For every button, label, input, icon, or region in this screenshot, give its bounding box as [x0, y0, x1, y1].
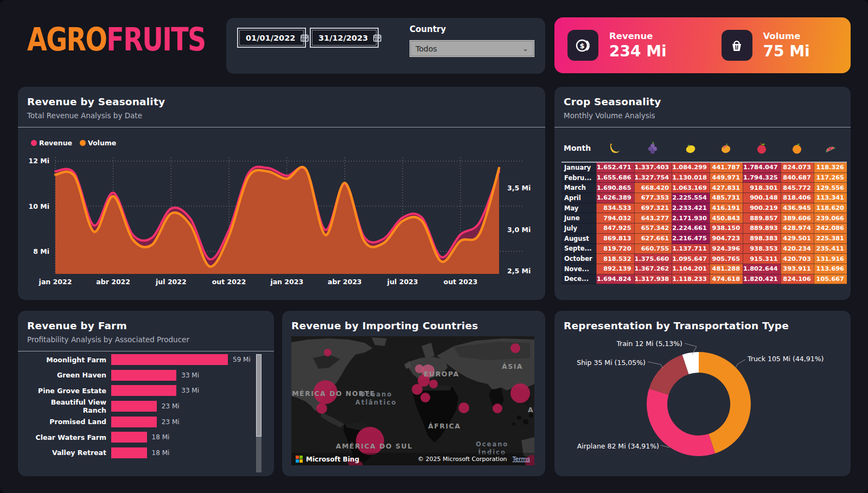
world-map[interactable]: AMÉRICA DO NORTE EUROPA ÁSIA ÁFRICA AMÉR… [291, 336, 534, 465]
farm-bar[interactable] [111, 385, 176, 396]
country-revenue-bubble[interactable] [458, 402, 469, 413]
calendar-icon[interactable] [373, 34, 381, 42]
seasonality-area-chart[interactable] [55, 157, 533, 274]
crop-value-cell: 1.118.233 [672, 274, 710, 285]
crop-row-month: October [561, 254, 596, 264]
country-revenue-bubble[interactable] [510, 343, 520, 353]
farm-bar[interactable] [111, 354, 228, 365]
divider [554, 127, 851, 127]
crop-heatmap-table: MonthJanuary1.652.4711.337.4031.084.2994… [561, 135, 847, 284]
farm-row: Beautiful View Ranch23 Mi [27, 399, 260, 414]
donut-label-train: Train 12 Mi (5,13%) [585, 340, 682, 348]
kpi-revenue-label: Revenue [609, 31, 667, 41]
country-revenue-bubble[interactable] [316, 403, 327, 414]
farm-name: Promised Land [27, 418, 111, 426]
country-revenue-bubble[interactable] [493, 404, 502, 413]
farm-subtitle: Profitability Analysis by Associated Pro… [27, 335, 265, 344]
map-copyright: © 2025 Microsoft Corporation [418, 456, 507, 463]
transport-panel: Representation by Transportation Type Tr… [554, 311, 851, 476]
divider [18, 127, 545, 127]
kpi-volume-value: 75 Mi [763, 42, 810, 60]
crop-value-cell: 1.694.824 [596, 274, 634, 285]
farm-bar[interactable] [111, 447, 147, 458]
legend-item-revenue[interactable]: Revenue [31, 139, 72, 147]
farm-row: Green Haven33 Mi [27, 368, 260, 383]
crop-value-cell: 105.667 [814, 274, 847, 285]
country-select[interactable]: Todos ⌄ [410, 40, 534, 57]
x-axis-tick: abr 2022 [93, 278, 134, 286]
country-revenue-bubble[interactable] [510, 383, 530, 403]
y-axis-tick: 8 Mi [22, 247, 49, 255]
crop-value-cell: 2.171.930 [672, 213, 710, 223]
scrollbar-thumb[interactable] [256, 354, 261, 437]
country-revenue-bubble[interactable] [412, 384, 423, 395]
country-revenue-bubble[interactable] [420, 393, 430, 402]
legend-item-volume[interactable]: Volume [80, 139, 116, 147]
crop-value-cell: 2.233.421 [672, 203, 710, 214]
crop-value-cell: 1.063.169 [672, 183, 710, 193]
farm-bar[interactable] [111, 401, 157, 412]
crop-value-cell: 1.095.647 [672, 254, 710, 264]
crop-value-cell: 393.911 [781, 264, 814, 274]
date-from-input[interactable]: 01/01/2022 [237, 28, 306, 48]
seasonality-title: Revenue by Seasonality [27, 96, 537, 107]
bing-label: Microsoft Bing [306, 456, 359, 463]
legend-dot-volume [80, 140, 86, 146]
crop-value-cell: 905.765 [710, 254, 743, 264]
farm-bar[interactable] [111, 417, 157, 427]
crop-value-cell: 938.353 [743, 244, 781, 254]
country-select-value: Todos [416, 44, 437, 53]
crop-row-month: June [561, 213, 596, 223]
map-region-label: ÁSIA [502, 362, 523, 370]
map-panel: Revenue by Importing Countries [282, 311, 545, 476]
crop-value-cell: 915.311 [743, 254, 781, 264]
country-revenue-bubble[interactable] [324, 349, 331, 356]
crop-value-cell: 1.375.660 [634, 254, 672, 264]
country-revenue-bubble[interactable] [429, 380, 438, 388]
crop-value-cell: 889.893 [743, 223, 781, 234]
scrollbar-track[interactable] [256, 354, 261, 472]
crop-value-cell: 416.191 [710, 203, 743, 214]
crop-value-cell: 1.794.325 [743, 173, 781, 183]
map-region-label: ÁFRICA [428, 422, 461, 430]
date-to-input[interactable]: 31/12/2023 [310, 28, 379, 48]
crop-row-month: July [561, 223, 596, 234]
crop-value-cell: 904.723 [710, 234, 743, 244]
crop-value-cell: 1.690.865 [596, 183, 634, 193]
crop-value-cell: 1.655.686 [596, 173, 634, 183]
mango-icon [710, 135, 743, 163]
farm-bar[interactable] [111, 432, 147, 443]
farm-name: Valley Retreat [27, 449, 111, 457]
volume-area[interactable] [55, 167, 499, 274]
farm-bar[interactable] [111, 370, 176, 381]
crop-value-cell: 441.787 [710, 163, 743, 173]
crop-value-cell: 643.277 [634, 213, 672, 223]
y-axis-tick: 10 Mi [22, 202, 49, 210]
crop-row-month: August [561, 234, 596, 244]
crop-value-cell: 824.106 [781, 274, 814, 285]
donut-slice-ship[interactable] [649, 355, 688, 395]
chart-legend: Revenue Volume [31, 139, 116, 147]
farm-name: Green Haven [27, 371, 111, 379]
kpi-revenue: $ Revenue 234 Mi [567, 30, 697, 61]
country-revenue-bubble[interactable] [356, 427, 384, 455]
lemon-icon [672, 135, 710, 163]
crop-value-cell: 420.234 [781, 244, 814, 254]
map-region-label: AUSTRÁLIA [528, 406, 534, 414]
farm-name: Pine Grove Estate [27, 387, 111, 395]
crop-value-cell: 2.224.661 [672, 223, 710, 234]
brand-logo-agro: AGRO [27, 21, 106, 58]
farm-title: Revenue by Farm [27, 320, 265, 331]
crop-value-cell: 427.831 [710, 183, 743, 193]
terms-link[interactable]: Terms [513, 456, 530, 463]
crop-value-cell: 1.820.421 [743, 274, 781, 285]
crop-value-cell: 429.501 [781, 234, 814, 244]
crop-value-cell: 818.406 [781, 193, 814, 203]
crop-row-month: Febru... [561, 173, 596, 183]
crop-row-month: April [561, 193, 596, 203]
x-axis-tick: jul 2022 [150, 278, 192, 286]
calendar-icon[interactable] [301, 34, 309, 42]
crop-value-cell: 1.327.754 [634, 173, 672, 183]
brand-logo-fruits: FRUITS [106, 21, 205, 58]
crop-value-cell: 113.696 [814, 264, 847, 274]
